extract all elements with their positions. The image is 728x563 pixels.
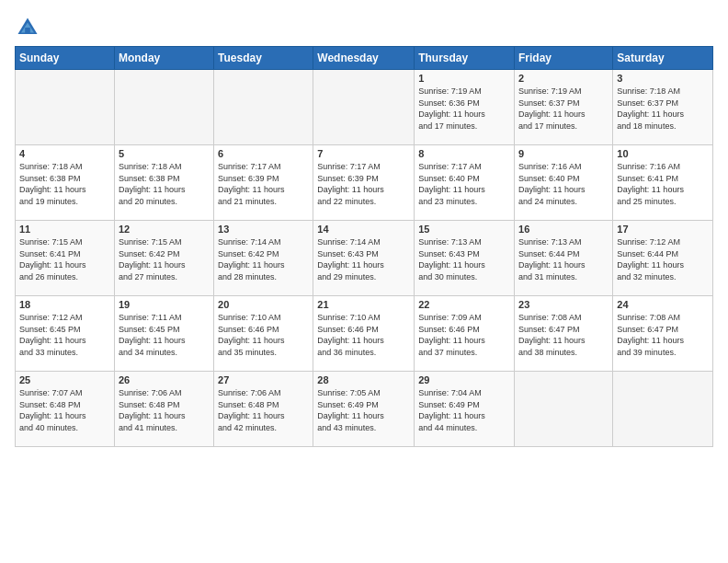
day-number: 9 [518,148,609,159]
day-number: 21 [317,299,410,310]
calendar-cell [613,372,713,447]
calendar-cell [114,70,213,145]
calendar-cell: 15Sunrise: 7:13 AM Sunset: 6:43 PM Dayli… [415,221,515,296]
calendar-cell: 23Sunrise: 7:08 AM Sunset: 6:47 PM Dayli… [515,296,613,372]
day-info: Sunrise: 7:12 AM Sunset: 6:45 PM Dayligh… [19,312,110,358]
calendar-week-4: 18Sunrise: 7:12 AM Sunset: 6:45 PM Dayli… [16,296,713,372]
day-number: 20 [218,299,309,310]
day-number: 5 [119,148,210,159]
calendar-cell: 24Sunrise: 7:08 AM Sunset: 6:47 PM Dayli… [613,296,713,372]
day-number: 7 [317,148,410,159]
day-info: Sunrise: 7:14 AM Sunset: 6:43 PM Dayligh… [317,236,410,282]
calendar-cell [16,70,115,145]
day-info: Sunrise: 7:18 AM Sunset: 6:37 PM Dayligh… [617,86,709,132]
calendar-cell: 18Sunrise: 7:12 AM Sunset: 6:45 PM Dayli… [16,296,115,372]
calendar-cell: 21Sunrise: 7:10 AM Sunset: 6:46 PM Dayli… [313,296,415,372]
day-info: Sunrise: 7:06 AM Sunset: 6:48 PM Dayligh… [119,387,210,433]
day-number: 19 [119,299,210,310]
day-number: 3 [617,73,709,84]
day-info: Sunrise: 7:17 AM Sunset: 6:39 PM Dayligh… [218,161,309,207]
day-number: 6 [218,148,309,159]
day-info: Sunrise: 7:13 AM Sunset: 6:44 PM Dayligh… [518,236,609,282]
day-number: 13 [218,224,309,235]
day-number: 27 [218,374,309,385]
day-number: 28 [317,374,410,385]
day-number: 16 [518,224,609,235]
day-number: 18 [19,299,110,310]
calendar-cell: 12Sunrise: 7:15 AM Sunset: 6:42 PM Dayli… [114,221,213,296]
col-header-saturday: Saturday [613,47,713,70]
day-info: Sunrise: 7:08 AM Sunset: 6:47 PM Dayligh… [617,312,709,358]
day-info: Sunrise: 7:18 AM Sunset: 6:38 PM Dayligh… [119,161,210,207]
day-info: Sunrise: 7:18 AM Sunset: 6:38 PM Dayligh… [19,161,110,207]
day-number: 23 [518,299,609,310]
calendar-cell: 27Sunrise: 7:06 AM Sunset: 6:48 PM Dayli… [214,372,313,447]
day-info: Sunrise: 7:07 AM Sunset: 6:48 PM Dayligh… [19,387,110,433]
day-info: Sunrise: 7:16 AM Sunset: 6:41 PM Dayligh… [617,161,709,207]
calendar-cell: 26Sunrise: 7:06 AM Sunset: 6:48 PM Dayli… [114,372,213,447]
col-header-sunday: Sunday [16,47,115,70]
calendar-cell: 4Sunrise: 7:18 AM Sunset: 6:38 PM Daylig… [16,145,115,221]
day-info: Sunrise: 7:17 AM Sunset: 6:40 PM Dayligh… [418,161,510,207]
calendar-cell: 22Sunrise: 7:09 AM Sunset: 6:46 PM Dayli… [415,296,515,372]
day-info: Sunrise: 7:14 AM Sunset: 6:42 PM Dayligh… [218,236,309,282]
logo [15,15,44,40]
calendar-cell: 8Sunrise: 7:17 AM Sunset: 6:40 PM Daylig… [415,145,515,221]
page: SundayMondayTuesdayWednesdayThursdayFrid… [0,0,728,563]
day-info: Sunrise: 7:10 AM Sunset: 6:46 PM Dayligh… [317,312,410,358]
day-info: Sunrise: 7:04 AM Sunset: 6:49 PM Dayligh… [418,387,510,433]
day-info: Sunrise: 7:10 AM Sunset: 6:46 PM Dayligh… [218,312,309,358]
day-number: 1 [418,73,510,84]
day-info: Sunrise: 7:09 AM Sunset: 6:46 PM Dayligh… [418,312,510,358]
calendar-cell: 14Sunrise: 7:14 AM Sunset: 6:43 PM Dayli… [313,221,415,296]
calendar-cell: 7Sunrise: 7:17 AM Sunset: 6:39 PM Daylig… [313,145,415,221]
col-header-wednesday: Wednesday [313,47,415,70]
col-header-thursday: Thursday [415,47,515,70]
day-number: 22 [418,299,510,310]
day-number: 12 [119,224,210,235]
calendar-cell: 2Sunrise: 7:19 AM Sunset: 6:37 PM Daylig… [515,70,613,145]
day-info: Sunrise: 7:11 AM Sunset: 6:45 PM Dayligh… [119,312,210,358]
day-info: Sunrise: 7:06 AM Sunset: 6:48 PM Dayligh… [218,387,309,433]
day-number: 15 [418,224,510,235]
calendar-cell: 3Sunrise: 7:18 AM Sunset: 6:37 PM Daylig… [613,70,713,145]
calendar-cell [313,70,415,145]
day-info: Sunrise: 7:08 AM Sunset: 6:47 PM Dayligh… [518,312,609,358]
col-header-monday: Monday [114,47,213,70]
day-number: 8 [418,148,510,159]
day-number: 25 [19,374,110,385]
day-number: 14 [317,224,410,235]
day-number: 11 [19,224,110,235]
day-info: Sunrise: 7:19 AM Sunset: 6:36 PM Dayligh… [418,86,510,132]
day-number: 29 [418,374,510,385]
svg-rect-2 [25,28,30,34]
day-number: 10 [617,148,709,159]
col-header-friday: Friday [515,47,613,70]
day-info: Sunrise: 7:19 AM Sunset: 6:37 PM Dayligh… [518,86,609,132]
calendar-week-3: 11Sunrise: 7:15 AM Sunset: 6:41 PM Dayli… [16,221,713,296]
calendar-cell: 11Sunrise: 7:15 AM Sunset: 6:41 PM Dayli… [16,221,115,296]
calendar-cell: 5Sunrise: 7:18 AM Sunset: 6:38 PM Daylig… [114,145,213,221]
day-number: 17 [617,224,709,235]
calendar-cell [214,70,313,145]
day-info: Sunrise: 7:15 AM Sunset: 6:41 PM Dayligh… [19,236,110,282]
header-area [15,15,713,40]
calendar-header-row: SundayMondayTuesdayWednesdayThursdayFrid… [16,47,713,70]
calendar-cell: 1Sunrise: 7:19 AM Sunset: 6:36 PM Daylig… [415,70,515,145]
calendar-cell [515,372,613,447]
day-number: 26 [119,374,210,385]
calendar-cell: 16Sunrise: 7:13 AM Sunset: 6:44 PM Dayli… [515,221,613,296]
day-number: 2 [518,73,609,84]
calendar-cell: 25Sunrise: 7:07 AM Sunset: 6:48 PM Dayli… [16,372,115,447]
day-number: 4 [19,148,110,159]
day-info: Sunrise: 7:12 AM Sunset: 6:44 PM Dayligh… [617,236,709,282]
calendar-week-5: 25Sunrise: 7:07 AM Sunset: 6:48 PM Dayli… [16,372,713,447]
calendar-week-1: 1Sunrise: 7:19 AM Sunset: 6:36 PM Daylig… [16,70,713,145]
calendar-cell: 10Sunrise: 7:16 AM Sunset: 6:41 PM Dayli… [613,145,713,221]
calendar-table: SundayMondayTuesdayWednesdayThursdayFrid… [15,46,713,447]
calendar-cell: 29Sunrise: 7:04 AM Sunset: 6:49 PM Dayli… [415,372,515,447]
calendar-cell: 20Sunrise: 7:10 AM Sunset: 6:46 PM Dayli… [214,296,313,372]
day-number: 24 [617,299,709,310]
day-info: Sunrise: 7:05 AM Sunset: 6:49 PM Dayligh… [317,387,410,433]
calendar-cell: 9Sunrise: 7:16 AM Sunset: 6:40 PM Daylig… [515,145,613,221]
